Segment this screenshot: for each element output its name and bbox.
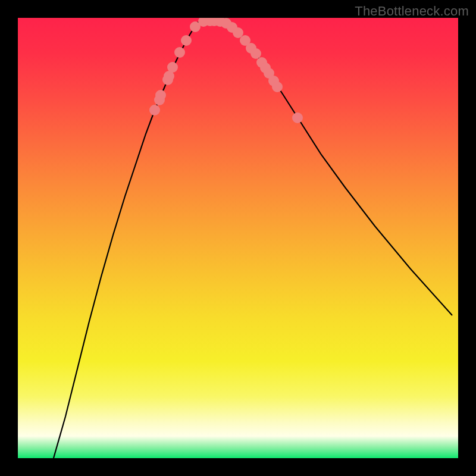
curve-marker — [272, 82, 283, 92]
chart-frame: TheBottleneck.com — [0, 0, 476, 476]
curve-marker — [292, 112, 303, 123]
curve-marker — [155, 90, 166, 101]
bottleneck-curve-svg — [18, 18, 458, 458]
curve-marker — [167, 62, 178, 73]
curve-marker — [250, 48, 261, 59]
watermark-text: TheBottleneck.com — [355, 4, 469, 19]
marker-group — [149, 18, 303, 123]
curve-marker — [181, 35, 192, 46]
curve-marker — [174, 47, 185, 58]
bottleneck-curve-path — [54, 21, 452, 458]
curve-marker — [149, 105, 160, 115]
plot-area — [18, 18, 458, 458]
